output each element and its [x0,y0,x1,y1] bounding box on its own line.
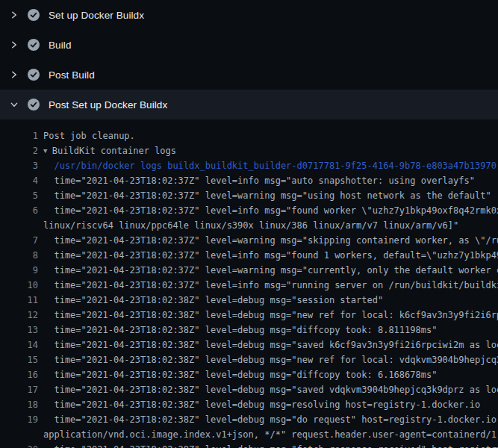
log-line[interactable]: 17 time="2021-04-23T18:02:38Z" level=deb… [0,382,498,397]
chevron-down-icon[interactable] [10,100,19,109]
log-line-number[interactable] [0,427,38,442]
log-line[interactable]: 19 time="2021-04-23T18:02:38Z" level=deb… [0,412,498,427]
log-line-text: time="2021-04-23T18:02:38Z" level=debug … [38,337,498,352]
chevron-right-icon[interactable] [10,70,19,79]
log-text: application/vnd.oci.image.index.v1+json,… [43,429,498,440]
log-line-text: time="2021-04-23T18:02:38Z" level=debug … [38,442,498,448]
log-line-text: time="2021-04-23T18:02:37Z" level=info m… [38,278,498,293]
log-line[interactable]: 7 time="2021-04-23T18:02:37Z" level=warn… [0,233,498,248]
log-line-number[interactable]: 17 [0,382,38,397]
log-line[interactable]: 11 time="2021-04-23T18:02:38Z" level=deb… [0,293,498,308]
step-label: Post Build [49,69,95,81]
log-text: time="2021-04-23T18:02:37Z" level=warnin… [43,235,498,246]
step-row-post-build[interactable]: Post Build [0,60,498,90]
log-line-number[interactable]: 7 [0,233,38,248]
log-line[interactable]: 8 time="2021-04-23T18:02:37Z" level=info… [0,248,498,263]
log-line[interactable]: 10 time="2021-04-23T18:02:37Z" level=inf… [0,278,498,293]
log-line-text: time="2021-04-23T18:02:38Z" level=debug … [38,308,498,323]
step-label: Set up Docker Buildx [49,10,144,21]
log-line-number[interactable]: 1 [0,128,38,143]
log-output: 1 Post job cleanup. 2 ▼ BuildKit contain… [0,119,498,448]
step-label: Post Set up Docker Buildx [49,99,167,111]
log-line[interactable]: 18 time="2021-04-23T18:02:38Z" level=deb… [0,397,498,412]
log-text: time="2021-04-23T18:02:38Z" level=debug … [43,310,498,320]
log-text: time="2021-04-23T18:02:37Z" level=info m… [43,280,498,290]
log-line-number[interactable]: 11 [0,293,38,308]
log-line[interactable]: 9 time="2021-04-23T18:02:37Z" level=warn… [0,263,498,278]
log-line-text: time="2021-04-23T18:02:38Z" level=debug … [38,412,498,427]
chevron-right-icon[interactable] [10,10,19,19]
check-circle-icon [28,69,40,81]
log-line[interactable]: 5 time="2021-04-23T18:02:37Z" level=warn… [0,188,498,203]
log-text: Post job cleanup. [43,131,135,141]
log-line-text: ▼ BuildKit container logs [38,143,176,158]
step-row-post-set-up-docker-buildx[interactable]: Post Set up Docker Buildx [0,90,498,119]
log-line-text: time="2021-04-23T18:02:38Z" level=debug … [38,352,498,367]
log-text: time="2021-04-23T18:02:38Z" level=debug … [43,399,480,410]
log-line-number[interactable] [0,218,38,233]
log-line[interactable]: 6 time="2021-04-23T18:02:37Z" level=info… [0,203,498,218]
log-line-text: time="2021-04-23T18:02:37Z" level=info m… [38,248,498,263]
log-text: time="2021-04-23T18:02:38Z" level=debug … [43,295,383,305]
log-line[interactable]: 15 time="2021-04-23T18:02:38Z" level=deb… [0,352,498,367]
step-list: Set up Docker Buildx Build Post Bu [0,0,498,119]
log-line-number[interactable]: 9 [0,263,38,278]
log-text: time="2021-04-23T18:02:37Z" level=warnin… [43,190,491,201]
group-collapse-triangle-icon[interactable]: ▼ [43,147,52,155]
log-line-number[interactable]: 19 [0,412,38,427]
log-text: time="2021-04-23T18:02:38Z" level=debug … [43,414,498,425]
step-row-build[interactable]: Build [0,30,498,60]
log-line-text: time="2021-04-23T18:02:38Z" level=debug … [38,293,383,308]
log-text: time="2021-04-23T18:02:38Z" level=debug … [43,444,498,448]
log-line[interactable]: 4 time="2021-04-23T18:02:37Z" level=info… [0,173,498,188]
log-text: linux/riscv64 linux/ppc64le linux/s390x … [43,220,458,231]
log-line[interactable]: 16 time="2021-04-23T18:02:38Z" level=deb… [0,367,498,382]
log-line-text: linux/riscv64 linux/ppc64le linux/s390x … [38,218,458,233]
log-line[interactable]: 20 time="2021-04-23T18:02:38Z" level=deb… [0,442,498,448]
check-circle-icon [28,39,40,51]
log-line[interactable]: application/vnd.oci.image.index.v1+json,… [0,427,498,442]
log-text: time="2021-04-23T18:02:37Z" level=info m… [43,205,498,216]
log-line-number[interactable]: 18 [0,397,38,412]
log-line-number[interactable]: 13 [0,323,38,337]
log-text: time="2021-04-23T18:02:37Z" level=warnin… [43,265,498,276]
log-text: time="2021-04-23T18:02:38Z" level=debug … [43,370,437,380]
log-text: time="2021-04-23T18:02:38Z" level=debug … [43,385,498,395]
log-line-text: time="2021-04-23T18:02:37Z" level=info m… [38,203,498,218]
step-row-set-up-docker-buildx[interactable]: Set up Docker Buildx [0,0,498,30]
log-line[interactable]: 3 /usr/bin/docker logs buildx_buildkit_b… [0,158,498,173]
actions-log-viewer: Set up Docker Buildx Build Post Bu [0,0,498,448]
log-line-number[interactable]: 8 [0,248,38,263]
log-line-number[interactable]: 15 [0,352,38,367]
log-line-number[interactable]: 10 [0,278,38,293]
log-text: time="2021-04-23T18:02:38Z" level=debug … [43,355,498,365]
log-text: time="2021-04-23T18:02:37Z" level=info m… [43,175,475,186]
log-line-text: /usr/bin/docker logs buildx_buildkit_bui… [38,158,497,173]
log-line[interactable]: 14 time="2021-04-23T18:02:38Z" level=deb… [0,337,498,352]
log-line-number[interactable]: 12 [0,308,38,323]
log-line-text: time="2021-04-23T18:02:37Z" level=info m… [38,173,475,188]
log-line[interactable]: 2 ▼ BuildKit container logs [0,143,498,158]
log-line-number[interactable]: 2 [0,143,38,158]
log-line-text: time="2021-04-23T18:02:38Z" level=debug … [38,323,437,337]
log-line[interactable]: 12 time="2021-04-23T18:02:38Z" level=deb… [0,308,498,323]
chevron-right-icon[interactable] [10,40,19,49]
log-line-text: Post job cleanup. [38,128,135,143]
log-text: time="2021-04-23T18:02:38Z" level=debug … [43,325,437,335]
log-line[interactable]: linux/riscv64 linux/ppc64le linux/s390x … [0,218,498,233]
log-line-text: time="2021-04-23T18:02:38Z" level=debug … [38,397,480,412]
log-line-text: time="2021-04-23T18:02:37Z" level=warnin… [38,263,498,278]
log-line[interactable]: 13 time="2021-04-23T18:02:38Z" level=deb… [0,323,498,337]
step-label: Build [49,40,72,51]
log-line-number[interactable]: 6 [0,203,38,218]
check-circle-icon [28,9,40,21]
log-line-number[interactable]: 4 [0,173,38,188]
log-line-number[interactable]: 20 [0,442,38,448]
log-line-number[interactable]: 5 [0,188,38,203]
log-line-text: application/vnd.oci.image.index.v1+json,… [38,427,498,442]
log-text: /usr/bin/docker logs buildx_buildkit_bui… [43,161,497,171]
log-line[interactable]: 1 Post job cleanup. [0,128,498,143]
log-line-number[interactable]: 3 [0,158,38,173]
log-line-number[interactable]: 14 [0,337,38,352]
log-line-number[interactable]: 16 [0,367,38,382]
